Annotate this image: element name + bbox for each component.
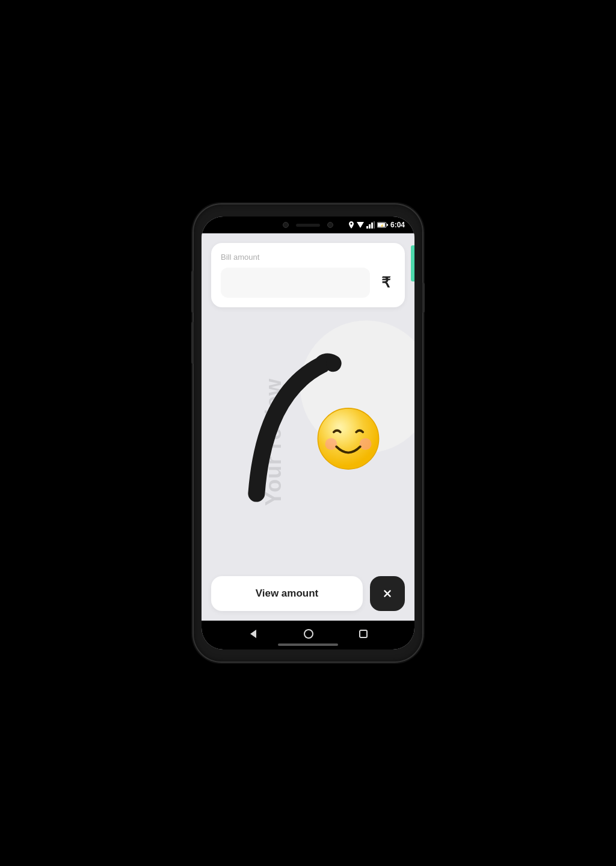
close-x-icon (381, 587, 394, 600)
svg-rect-20 (360, 630, 367, 637)
recents-icon (359, 629, 368, 639)
review-section: Your review (202, 315, 414, 569)
main-content: Bill amount ₹ Your review (202, 233, 414, 621)
bars-icon (366, 221, 375, 229)
svg-point-13 (325, 438, 337, 450)
bill-input-row: ₹ (221, 268, 395, 298)
svg-point-9 (326, 356, 340, 370)
signal-icon (357, 222, 364, 228)
nav-home-button[interactable] (303, 628, 314, 642)
svg-rect-2 (369, 224, 371, 229)
bill-label: Bill amount (221, 253, 395, 262)
battery-icon: ⚡ (377, 222, 388, 228)
svg-point-14 (360, 438, 372, 450)
clock: 6:04 (390, 221, 405, 229)
speaker (296, 224, 320, 227)
location-icon (348, 221, 354, 229)
view-amount-button[interactable]: View amount (211, 576, 363, 611)
svg-text:⚡: ⚡ (380, 224, 384, 228)
svg-rect-7 (387, 224, 388, 226)
phone-device: ⚡ 6:04 Bill amount ₹ Your review (194, 204, 422, 662)
svg-marker-18 (250, 630, 256, 638)
status-icons: ⚡ 6:04 (348, 221, 405, 229)
green-accent-strip (411, 245, 414, 281)
svg-rect-3 (371, 223, 373, 229)
home-indicator (278, 643, 338, 646)
rupee-icon: ₹ (376, 274, 395, 291)
home-icon (303, 628, 314, 639)
back-icon (248, 628, 259, 639)
notch (269, 216, 347, 233)
happy-face-svg (315, 405, 381, 471)
sensor (327, 222, 333, 228)
bill-amount-input[interactable] (221, 268, 370, 298)
nav-recents-button[interactable] (359, 629, 368, 642)
close-button[interactable] (370, 576, 405, 611)
svg-point-19 (304, 630, 313, 638)
svg-rect-4 (374, 221, 375, 229)
svg-marker-0 (357, 222, 364, 228)
status-bar: ⚡ 6:04 (202, 216, 414, 233)
phone-screen: ⚡ 6:04 Bill amount ₹ Your review (202, 216, 414, 650)
svg-rect-1 (366, 226, 368, 229)
rating-emoji[interactable] (315, 405, 381, 471)
nav-back-button[interactable] (248, 628, 259, 642)
bill-amount-card: Bill amount ₹ (211, 243, 405, 307)
bottom-action-area: View amount (202, 569, 414, 621)
front-camera (283, 222, 289, 228)
